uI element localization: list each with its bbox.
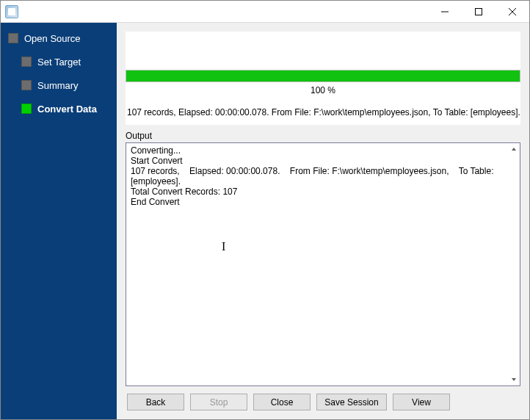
scroll-up-icon[interactable]	[508, 143, 520, 155]
stop-button: Stop	[190, 394, 247, 410]
maximize-button[interactable]	[462, 1, 495, 23]
step-label: Convert Data	[37, 104, 97, 115]
step-box-icon	[21, 104, 32, 114]
back-button[interactable]: Back	[127, 394, 184, 410]
sidebar-item-set-target[interactable]: Set Target	[1, 54, 117, 70]
close-wizard-button[interactable]: Close	[253, 394, 311, 410]
output-box[interactable]: Converting... Start Convert 107 records,…	[126, 142, 520, 386]
sidebar: Open Source Set Target Summary Convert D…	[1, 23, 117, 420]
step-label: Summary	[37, 80, 79, 91]
view-button[interactable]: View	[393, 394, 450, 410]
output-scrollbar[interactable]	[508, 143, 520, 385]
output-text: Converting... Start Convert 107 records,…	[126, 143, 508, 385]
step-box-icon	[21, 80, 32, 90]
button-row: Back Stop Close Save Session View	[126, 386, 520, 412]
main-panel: 100 % 107 records, Elapsed: 00:00:00.078…	[117, 23, 529, 420]
step-label: Set Target	[37, 57, 81, 68]
status-line: 107 records, Elapsed: 00:00:00.078. From…	[126, 100, 520, 125]
titlebar	[1, 1, 529, 23]
minimize-button[interactable]	[428, 1, 462, 23]
svg-rect-1	[476, 8, 482, 15]
svg-marker-5	[512, 378, 516, 381]
sidebar-item-convert-data[interactable]: Convert Data	[1, 101, 117, 117]
progress-label: 100 %	[126, 85, 520, 95]
progress-bar	[126, 70, 520, 82]
app-icon	[5, 5, 18, 18]
svg-marker-4	[512, 148, 516, 151]
output-label: Output	[126, 131, 520, 141]
sidebar-item-open-source[interactable]: Open Source	[1, 30, 117, 46]
close-button[interactable]	[495, 1, 529, 23]
step-box-icon	[8, 33, 18, 43]
scroll-down-icon[interactable]	[508, 374, 520, 385]
save-session-button[interactable]: Save Session	[316, 394, 387, 410]
step-label: Open Source	[24, 33, 81, 44]
step-box-icon	[21, 57, 32, 67]
sidebar-item-summary[interactable]: Summary	[1, 77, 117, 93]
progress-area: 100 %	[126, 70, 520, 100]
